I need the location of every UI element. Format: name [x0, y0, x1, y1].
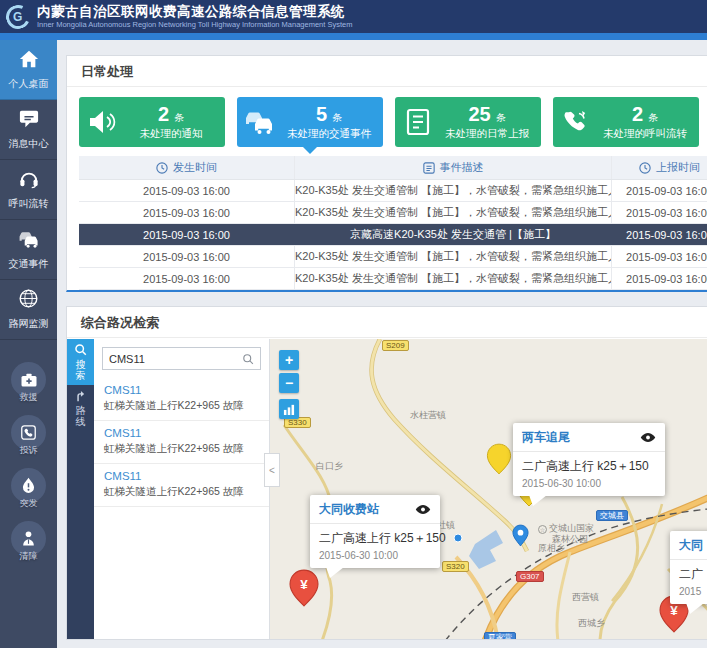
search-result-item[interactable]: CMS11 虹梯关隧道上行K22+965 故障	[94, 421, 269, 464]
popup-time: 2015	[670, 583, 707, 604]
search-box	[102, 347, 261, 370]
road-number-badge: G307	[516, 571, 544, 582]
sidebar-quick-actions: 救援 投诉 突发 清障	[0, 362, 57, 563]
quick-action-complaint[interactable]: 投诉	[11, 415, 46, 457]
events-table: 发生时间 事件描述 上报时间 2015-09-03 16:00 京藏高速K20-…	[79, 156, 707, 290]
header-titles: 内蒙古自治区联网收费高速公路综合信息管理系统 Inner Mongolia Au…	[37, 5, 352, 29]
popup-title: 两车追尾	[522, 429, 570, 446]
road-panel-title: 综合路况检索	[67, 307, 707, 338]
table-row[interactable]: 2015-09-03 16:00 京藏高速K20-K35处 发生交通管制 【施工…	[79, 202, 707, 224]
sidebar-item-call-transfer[interactable]: 呼叫流转	[0, 160, 57, 220]
clock-icon	[639, 162, 651, 174]
stat-cards: 2条 未处理的通知 5条 未处理的交通事件 25条 未处理的日常上报	[79, 97, 699, 147]
eye-icon[interactable]	[415, 504, 431, 515]
zoom-in-button[interactable]: +	[279, 350, 299, 370]
report-icon	[395, 108, 441, 136]
accident-pin[interactable]	[486, 443, 512, 479]
map-popup-toll-station: 大同收费站 二广高速上行 k25＋150 2015-06-30 10:00	[310, 495, 440, 568]
stat-label: 未处理的交通事件	[283, 127, 375, 141]
map-place-label: 西营镇	[572, 591, 599, 604]
panel-collapse-handle[interactable]: <	[264, 453, 280, 487]
search-mini-sidebar: 搜索 路线	[67, 339, 94, 639]
sidebar-item-messages[interactable]: 消息中心	[0, 100, 57, 160]
bar-chart-icon	[283, 404, 295, 415]
popup-location: 二广高速上行 k25＋150	[310, 524, 440, 547]
column-header-time: 发生时间	[79, 156, 294, 179]
map-popup-clipped: 大同 二广 2015	[670, 531, 707, 604]
chat-icon	[18, 109, 40, 133]
daily-panel-title: 日常处理	[67, 56, 707, 87]
map-place-label: 原相乡	[538, 542, 565, 555]
toll-pin[interactable]: ¥	[288, 569, 320, 611]
sidebar-item-network-monitor[interactable]: 路网监测	[0, 280, 57, 340]
cars-icon	[17, 229, 41, 253]
map-canvas[interactable]: + − S209 S330 S320 G307 交城县 夏家营 水柱营镇 白口乡…	[270, 339, 707, 639]
map-popup-rear-end: 两车追尾 二广高速上行 k25＋150 2015-06-30 10:00	[513, 423, 665, 496]
card-unhandled-call-transfers[interactable]: 2条 未处理的呼叫流转	[553, 97, 699, 147]
table-row[interactable]: 2015-09-03 16:00 京藏高速K20-K35处 发生交通管制 【施工…	[79, 180, 707, 202]
map-place-label: 西城乡	[578, 617, 605, 630]
map-controls: + −	[279, 350, 299, 422]
search-icon	[74, 343, 87, 356]
map-place-label: 水柱营镇	[410, 409, 446, 422]
card-unhandled-daily-reports[interactable]: 25条 未处理的日常上报	[395, 97, 541, 147]
stat-count: 2	[158, 103, 169, 125]
popup-location: 二广	[670, 560, 707, 583]
table-row[interactable]: 2015-09-03 16:00 京藏高速K20-K35处 发生交通管制 【施工…	[79, 246, 707, 268]
app-window: G 内蒙古自治区联网收费高速公路综合信息管理系统 Inner Mongolia …	[0, 0, 707, 648]
park-icon: ☆	[538, 525, 547, 534]
search-result-item[interactable]: CMS11 虹梯关隧道上行K22+965 故障	[94, 464, 269, 507]
stat-count: 25	[468, 103, 490, 125]
stat-count: 2	[632, 103, 643, 125]
popup-tail	[686, 603, 704, 614]
headset-icon	[18, 169, 40, 193]
app-subtitle: Inner Mongolia Autonomous Region Network…	[37, 20, 352, 29]
camera-dot[interactable]	[453, 529, 463, 547]
search-result-item[interactable]: CMS11 虹梯关隧道上行K22+965 故障	[94, 378, 269, 421]
quick-action-rescue[interactable]: 救援	[11, 362, 46, 404]
call-transfer-icon	[553, 108, 599, 136]
chart-tool-button[interactable]	[279, 399, 299, 419]
eye-icon[interactable]	[640, 432, 656, 443]
app-header: G 内蒙古自治区联网收费高速公路综合信息管理系统 Inner Mongolia …	[0, 0, 707, 33]
popup-tail	[529, 495, 547, 506]
road-number-badge: S209	[382, 340, 409, 351]
popup-time: 2015-06-30 10:00	[513, 475, 665, 496]
column-header-report-time: 上报时间	[612, 156, 707, 179]
app-title: 内蒙古自治区联网收费高速公路综合信息管理系统	[37, 5, 352, 19]
stat-label: 未处理的呼叫流转	[599, 127, 691, 141]
app-logo-icon: G	[3, 1, 34, 32]
daily-processing-panel: 日常处理 2条 未处理的通知 5条 未处理的交通事件 25条	[66, 55, 707, 292]
header-accent-strip	[0, 33, 707, 40]
camera-pin[interactable]	[512, 524, 529, 551]
search-results-panel: CMS11 虹梯关隧道上行K22+965 故障 CMS11 虹梯关隧道上行K22…	[94, 339, 270, 639]
globe-icon	[18, 288, 39, 313]
quick-action-clearing[interactable]: 清障	[11, 521, 46, 563]
speaker-icon	[79, 108, 125, 136]
card-unhandled-notices[interactable]: 2条 未处理的通知	[79, 97, 225, 147]
card-unhandled-traffic-events[interactable]: 5条 未处理的交通事件	[237, 97, 383, 147]
search-icon[interactable]	[242, 353, 254, 365]
zoom-out-button[interactable]: −	[279, 373, 299, 393]
clock-icon	[156, 162, 168, 174]
stat-label: 未处理的日常上报	[441, 127, 533, 141]
map-place-label: 白口乡	[316, 460, 343, 473]
home-icon	[18, 49, 40, 73]
search-input[interactable]	[109, 353, 242, 365]
popup-tail	[326, 567, 344, 578]
tab-search[interactable]: 搜索	[67, 339, 94, 385]
popup-title: 大同	[679, 537, 703, 554]
svg-text:¥: ¥	[670, 603, 678, 618]
popup-time: 2015-06-30 10:00	[310, 547, 440, 568]
main-sidebar: 个人桌面 消息中心 呼叫流转 交通事件 路网监测 救援 投诉	[0, 40, 57, 648]
sidebar-item-desktop[interactable]: 个人桌面	[0, 40, 57, 100]
town-badge: 夏家营	[484, 632, 516, 639]
tab-route[interactable]: 路线	[67, 385, 94, 431]
road-number-badge: S320	[442, 561, 469, 572]
cars-icon	[237, 108, 283, 136]
quick-action-emergency[interactable]: 突发	[11, 468, 46, 510]
table-row[interactable]: 2015-09-03 16:00 京藏高速K20-K35处 发生交通管制 【施工…	[79, 268, 707, 290]
sidebar-item-traffic-events[interactable]: 交通事件	[0, 220, 57, 280]
road-search-panel: 综合路况检索 搜索 路线 CMS11 虹梯关隧道上行K22+965 故障 CMS…	[66, 306, 707, 640]
table-row-selected[interactable]: 2015-09-03 16:00 京藏高速K20-K35处 发生交通管 |【施工…	[79, 224, 707, 246]
